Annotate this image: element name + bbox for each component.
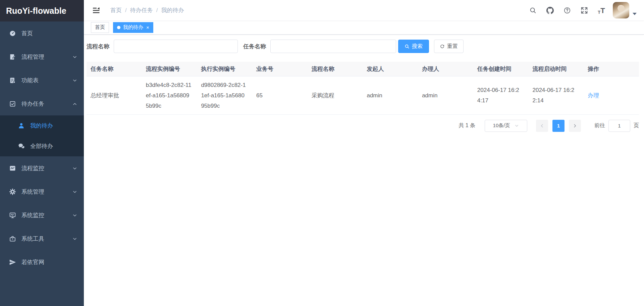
chevron-down-icon	[72, 166, 77, 170]
col-process-name: 流程名称	[308, 62, 363, 76]
process-manage-icon	[9, 53, 16, 60]
task-name-input[interactable]	[270, 40, 396, 53]
col-execution-instance-id: 执行实例编号	[197, 62, 252, 76]
prev-page-button[interactable]	[536, 120, 548, 132]
sidebar-item-ruoyi-website[interactable]: 若依官网	[0, 250, 84, 274]
sidebar-item-process-manage[interactable]: 流程管理	[0, 45, 84, 68]
table-header-row: 任务名称 流程实例编号 执行实例编号 业务号 流程名称 发起人 办理人 任务创建…	[87, 62, 639, 76]
cell-process-name: 采购流程	[308, 76, 363, 114]
goto-label: 前往	[594, 122, 605, 129]
breadcrumb-separator: /	[156, 7, 158, 14]
chevron-down-icon	[72, 54, 77, 59]
handle-task-link[interactable]: 办理	[588, 92, 599, 99]
sidebar: RuoYi-flowable 首页 流程管理 功能表	[0, 0, 84, 306]
cell-process-instance-id: b3dfe4c8-2c82-11ef-a165-1a568095b99c	[142, 76, 197, 114]
col-initiator: 发起人	[363, 62, 418, 76]
breadcrumb-todo-tasks: 待办任务	[130, 6, 153, 14]
pagination: 共 1 条 10条/页 1 前往 页	[87, 120, 639, 132]
page-number-1[interactable]: 1	[552, 120, 565, 132]
search-icon[interactable]	[529, 6, 537, 14]
todo-tasks-icon	[9, 100, 16, 107]
todo-table: 任务名称 流程实例编号 执行实例编号 业务号 流程名称 发起人 办理人 任务创建…	[87, 62, 639, 115]
chevron-down-icon	[72, 78, 77, 83]
sidebar-item-my-todo[interactable]: 我的待办	[0, 115, 84, 136]
sidebar-item-function-table[interactable]: 功能表	[0, 68, 84, 92]
close-icon[interactable]: ×	[146, 25, 149, 30]
col-process-instance-id: 流程实例编号	[142, 62, 197, 76]
sidebar-item-todo-tasks[interactable]: 待办任务	[0, 92, 84, 115]
sidebar-item-label: 我的待办	[30, 122, 53, 130]
chevron-left-icon	[540, 123, 544, 128]
navbar-actions: TT	[520, 2, 637, 18]
app-title: RuoYi-flowable	[6, 6, 66, 16]
sidebar-item-label: 全部待办	[30, 142, 53, 150]
page-unit-label: 页	[634, 122, 639, 129]
tab-label: 首页	[95, 24, 105, 31]
breadcrumb-separator: /	[125, 7, 127, 14]
function-table-icon	[9, 77, 16, 84]
sidebar-item-system-tools[interactable]: 系统工具	[0, 227, 84, 250]
refresh-icon	[440, 44, 445, 49]
sidebar-item-all-todo[interactable]: 全部待办	[0, 136, 84, 156]
page-content: 流程名称 任务名称 搜索 重置 任务名称 流程实例编号 执行实例编号 业务号 流…	[84, 35, 644, 306]
cell-execution-instance-id: d9802869-2c82-11ef-a165-1a568095b99c	[197, 76, 252, 114]
question-icon[interactable]	[563, 6, 571, 14]
sidebar-item-label: 待办任务	[21, 100, 44, 108]
col-actions: 操作	[584, 62, 639, 76]
col-business-id: 业务号	[252, 62, 308, 76]
tab-home[interactable]: 首页	[91, 22, 109, 33]
process-name-input[interactable]	[114, 40, 238, 53]
breadcrumb: 首页 / 待办任务 / 我的待办	[110, 6, 184, 14]
breadcrumb-home[interactable]: 首页	[110, 6, 122, 14]
sidebar-item-label: 首页	[21, 30, 33, 37]
tags-view: 首页 我的待办 ×	[84, 20, 644, 35]
search-form: 流程名称 任务名称 搜索 重置	[87, 40, 639, 53]
sidebar-item-system-monitor[interactable]: 系统监控	[0, 203, 84, 227]
monitor-icon	[9, 212, 16, 219]
sidebar-item-label: 流程监控	[21, 164, 44, 172]
process-monitor-icon	[9, 165, 16, 172]
active-dot-icon	[117, 26, 120, 29]
font-size-icon[interactable]: TT	[597, 6, 605, 14]
chat-bubbles-icon	[18, 143, 25, 150]
dashboard-icon	[9, 30, 16, 37]
gear-icon	[9, 188, 16, 195]
github-icon[interactable]	[546, 6, 554, 14]
app-logo[interactable]: RuoYi-flowable	[0, 0, 84, 21]
sidebar-item-home[interactable]: 首页	[0, 21, 84, 45]
main-area: 首页 / 待办任务 / 我的待办 TT 首页	[84, 0, 644, 306]
toolbox-icon	[9, 235, 16, 242]
chevron-right-icon	[573, 123, 577, 128]
tab-my-todo[interactable]: 我的待办 ×	[113, 22, 153, 33]
chevron-down-icon	[72, 236, 77, 241]
search-button[interactable]: 搜索	[398, 40, 429, 53]
hamburger-icon[interactable]	[92, 6, 100, 14]
sidebar-item-label: 若依官网	[21, 258, 44, 266]
avatar-caret-down-icon[interactable]	[633, 13, 637, 15]
col-task-name: 任务名称	[87, 62, 142, 76]
table-row: 总经理审批 b3dfe4c8-2c82-11ef-a165-1a568095b9…	[87, 76, 639, 114]
col-task-created-time: 任务创建时间	[473, 62, 529, 76]
top-navbar: 首页 / 待办任务 / 我的待办 TT	[84, 0, 644, 20]
tab-label: 我的待办	[123, 24, 143, 31]
col-process-start-time: 流程启动时间	[529, 62, 584, 76]
todo-submenu: 我的待办 全部待办	[0, 115, 84, 156]
reset-button[interactable]: 重置	[434, 40, 464, 53]
sidebar-item-label: 流程管理	[21, 53, 44, 61]
sidebar-item-system-manage[interactable]: 系统管理	[0, 180, 84, 203]
cell-assignee: admin	[418, 76, 473, 114]
user-avatar[interactable]	[613, 2, 629, 18]
page-size-select[interactable]: 10条/页	[485, 120, 527, 132]
sidebar-item-label: 功能表	[21, 76, 39, 84]
process-name-label: 流程名称	[87, 43, 109, 50]
cell-task-created-time: 2024-06-17 16:24:17	[473, 76, 529, 114]
paper-plane-icon	[9, 259, 16, 266]
next-page-button[interactable]	[569, 120, 581, 132]
task-name-label: 任务名称	[243, 43, 266, 50]
breadcrumb-my-todo: 我的待办	[161, 6, 184, 14]
fullscreen-icon[interactable]	[580, 6, 588, 14]
col-assignee: 办理人	[418, 62, 473, 76]
sidebar-item-process-monitor[interactable]: 流程监控	[0, 156, 84, 180]
sidebar-item-label: 系统工具	[21, 235, 44, 243]
goto-page-input[interactable]	[608, 120, 630, 132]
